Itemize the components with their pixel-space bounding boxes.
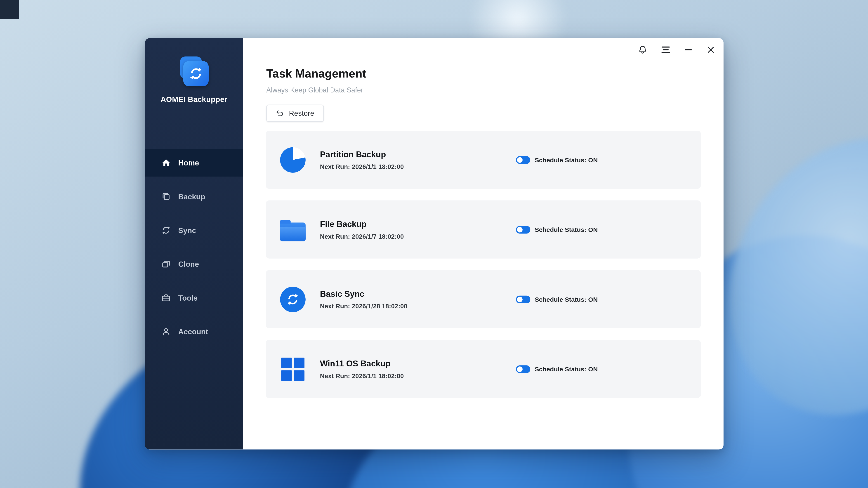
restore-undo-icon — [276, 109, 284, 117]
task-name: Basic Sync — [320, 289, 408, 298]
sidebar-item-label: Account — [178, 328, 208, 336]
schedule-toggle[interactable] — [516, 365, 530, 373]
task-info: File Backup Next Run: 2026/1/7 18:02:00 — [320, 201, 404, 258]
schedule-toggle[interactable] — [516, 156, 530, 163]
home-icon — [161, 158, 171, 168]
sidebar-item-backup[interactable]: Backup — [145, 183, 243, 210]
page-subtitle: Always Keep Global Data Safer — [266, 86, 363, 94]
pie-chart-icon — [280, 131, 306, 189]
task-next-run: Next Run: 2026/1/1 18:02:00 — [320, 372, 404, 379]
titlebar-controls — [628, 41, 719, 58]
schedule-status-label: Schedule Status: ON — [535, 156, 598, 163]
sidebar-item-label: Home — [178, 159, 199, 167]
sidebar: AOMEI Backupper Home — [145, 38, 243, 450]
sidebar-item-tools[interactable]: Tools — [145, 284, 243, 311]
minimize-button[interactable] — [680, 41, 696, 58]
app-logo-icon — [178, 57, 210, 88]
brand-name: AOMEI Backupper — [145, 95, 243, 103]
tools-icon — [161, 293, 171, 303]
task-name: Win11 OS Backup — [320, 359, 404, 368]
sidebar-item-label: Backup — [178, 192, 205, 201]
schedule-status-group: Schedule Status: ON — [516, 201, 598, 258]
restore-button-label: Restore — [289, 109, 314, 117]
task-list: Partition Backup Next Run: 2026/1/1 18:0… — [266, 131, 701, 409]
brand: AOMEI Backupper — [145, 57, 243, 103]
sidebar-item-label: Sync — [178, 226, 196, 234]
sidebar-item-home[interactable]: Home — [145, 149, 243, 177]
schedule-status-label: Schedule Status: ON — [535, 366, 598, 372]
close-button[interactable] — [703, 41, 719, 58]
sync-icon — [161, 225, 171, 235]
hamburger-menu-icon — [661, 46, 670, 53]
task-next-run: Next Run: 2026/1/7 18:02:00 — [320, 233, 404, 240]
schedule-status-group: Schedule Status: ON — [516, 131, 598, 189]
task-name: File Backup — [320, 219, 404, 229]
schedule-status-label: Schedule Status: ON — [535, 226, 598, 233]
task-next-run: Next Run: 2026/1/28 18:02:00 — [320, 303, 408, 309]
schedule-toggle[interactable] — [516, 225, 530, 233]
page-title: Task Management — [266, 67, 366, 80]
backup-icon — [161, 191, 171, 202]
sidebar-item-account[interactable]: Account — [145, 318, 243, 345]
screen: AOMEI Backupper Home — [0, 0, 868, 488]
sidebar-item-sync[interactable]: Sync — [145, 217, 243, 244]
logo-sync-icon — [183, 61, 209, 86]
task-card-basic-sync[interactable]: Basic Sync Next Run: 2026/1/28 18:02:00 … — [266, 270, 701, 328]
sync-circle-icon — [280, 270, 306, 328]
account-icon — [161, 327, 171, 337]
schedule-status-label: Schedule Status: ON — [535, 296, 598, 302]
sidebar-item-label: Tools — [178, 294, 198, 302]
task-info: Win11 OS Backup Next Run: 2026/1/1 18:02… — [320, 340, 404, 398]
schedule-status-group: Schedule Status: ON — [516, 340, 598, 398]
task-info: Partition Backup Next Run: 2026/1/1 18:0… — [320, 131, 404, 189]
task-next-run: Next Run: 2026/1/1 18:02:00 — [320, 163, 404, 170]
minimize-icon — [684, 49, 692, 50]
folder-icon — [280, 201, 306, 258]
main-menu-button[interactable] — [657, 41, 674, 58]
restore-button[interactable]: Restore — [266, 105, 324, 122]
task-card-partition-backup[interactable]: Partition Backup Next Run: 2026/1/1 18:0… — [266, 131, 701, 189]
sidebar-item-label: Clone — [178, 260, 199, 268]
task-name: Partition Backup — [320, 149, 404, 159]
task-info: Basic Sync Next Run: 2026/1/28 18:02:00 — [320, 270, 408, 328]
app-window: AOMEI Backupper Home — [145, 38, 723, 450]
clone-icon — [161, 259, 171, 269]
schedule-toggle[interactable] — [516, 296, 530, 303]
notification-bell-button[interactable] — [634, 41, 651, 58]
windows-logo-icon — [280, 340, 306, 398]
schedule-status-group: Schedule Status: ON — [516, 270, 598, 328]
task-card-win11-os-backup[interactable]: Win11 OS Backup Next Run: 2026/1/1 18:02… — [266, 340, 701, 398]
task-card-file-backup[interactable]: File Backup Next Run: 2026/1/7 18:02:00 … — [266, 201, 701, 258]
corner-dark-square — [0, 0, 19, 19]
sidebar-item-clone[interactable]: Clone — [145, 250, 243, 278]
sidebar-nav: Home Backup — [145, 149, 243, 352]
